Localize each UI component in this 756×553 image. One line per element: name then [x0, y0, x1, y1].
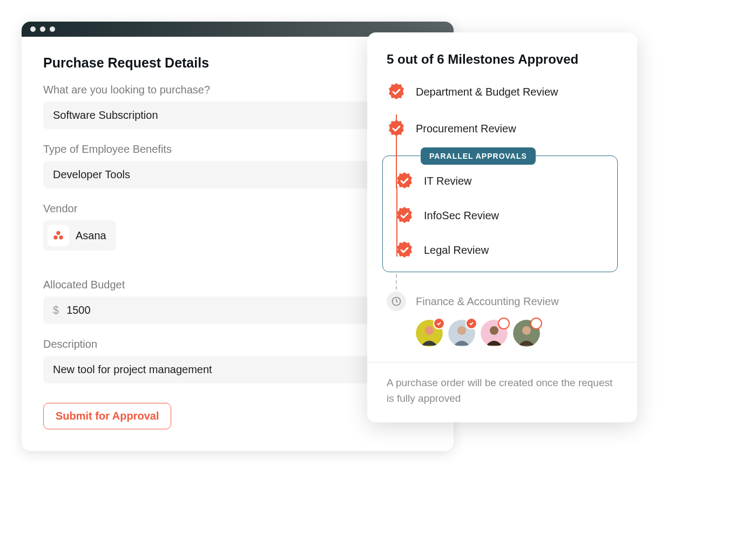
- approver-avatar[interactable]: [481, 320, 508, 347]
- approver-avatar[interactable]: [513, 320, 540, 347]
- svg-point-7: [457, 326, 466, 335]
- svg-point-9: [490, 326, 498, 335]
- approved-badge-icon: [395, 171, 414, 191]
- svg-point-1: [53, 235, 57, 239]
- svg-point-0: [56, 231, 60, 235]
- milestone-finance-review: Finance & Accounting Review: [387, 292, 618, 311]
- parallel-approvals-group: PARALLEL APPROVALS IT Review InfoSec Rev…: [382, 156, 618, 272]
- approver-avatar[interactable]: [416, 320, 443, 347]
- svg-point-2: [59, 235, 63, 239]
- approver-avatar[interactable]: [448, 320, 475, 347]
- dashed-connector: [396, 274, 618, 289]
- milestone-label: Finance & Accounting Review: [416, 295, 559, 308]
- clock-icon: [387, 292, 406, 311]
- milestone-label: Procurement Review: [416, 123, 516, 135]
- milestone-infosec-review: InfoSec Review: [395, 206, 605, 225]
- asana-logo-icon: [48, 225, 69, 246]
- vendor-value: Asana: [76, 230, 106, 242]
- currency-symbol: $: [53, 304, 59, 316]
- approved-badge-icon: [395, 206, 414, 225]
- budget-value: 1500: [66, 304, 91, 316]
- milestone-procurement-review: Procurement Review: [387, 119, 618, 138]
- window-control-dot[interactable]: [40, 26, 45, 32]
- footer-note: A purchase order will be created once th…: [387, 375, 618, 406]
- approved-badge-icon: [387, 119, 406, 138]
- submit-for-approval-button[interactable]: Submit for Approval: [43, 403, 171, 429]
- check-icon: [465, 318, 477, 329]
- pending-circle-icon: [530, 318, 542, 329]
- parallel-approvals-badge: PARALLEL APPROVALS: [421, 147, 536, 165]
- milestone-label: InfoSec Review: [424, 210, 499, 222]
- milestone-legal-review: Legal Review: [395, 240, 605, 260]
- check-icon: [433, 318, 445, 329]
- milestones-title: 5 out of 6 Milestones Approved: [387, 52, 618, 67]
- milestone-dept-review: Department & Budget Review: [387, 82, 618, 102]
- window-control-dot[interactable]: [50, 26, 55, 32]
- approver-avatars: [416, 320, 618, 347]
- svg-point-5: [425, 326, 434, 335]
- milestone-label: Department & Budget Review: [416, 86, 558, 98]
- pending-circle-icon: [498, 318, 510, 329]
- approved-badge-icon: [395, 240, 414, 260]
- svg-point-11: [522, 326, 531, 335]
- milestone-it-review: IT Review: [395, 171, 605, 191]
- approved-badge-icon: [387, 82, 406, 102]
- milestone-label: Legal Review: [424, 244, 489, 257]
- vendor-input[interactable]: Asana: [43, 220, 116, 251]
- divider: [367, 362, 637, 362]
- milestones-panel: 5 out of 6 Milestones Approved Departmen…: [367, 32, 637, 422]
- milestone-label: IT Review: [424, 175, 472, 187]
- window-control-dot[interactable]: [30, 26, 36, 32]
